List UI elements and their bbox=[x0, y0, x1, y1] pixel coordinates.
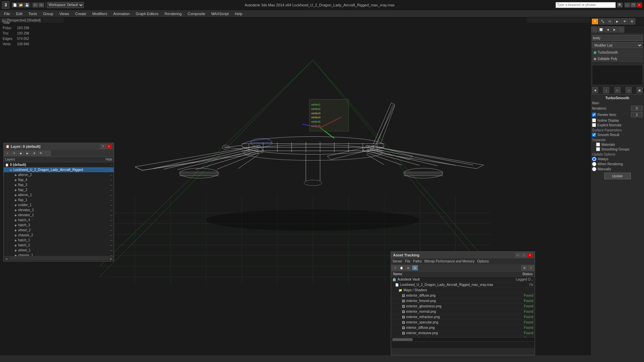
layer-hide-toggle[interactable]: ─ bbox=[110, 183, 112, 187]
asset-tb-btn6[interactable]: ? bbox=[528, 265, 534, 270]
asset-row[interactable]: 🖼interior_diffuse.pngFound bbox=[391, 325, 535, 330]
layer-hide-toggle[interactable]: ─ bbox=[110, 229, 112, 232]
ts-always-radio[interactable] bbox=[592, 157, 596, 161]
layer-hide-toggle[interactable]: ─ bbox=[110, 219, 112, 222]
app-logo[interactable]: 3 bbox=[2, 1, 9, 9]
menu-file[interactable]: File bbox=[1, 11, 13, 16]
layer-item[interactable]: ◆elevator_2─ bbox=[4, 207, 114, 213]
pt-btn5[interactable]: ⬛ bbox=[618, 26, 624, 33]
asset-row[interactable]: 📁Maps / Shaders bbox=[391, 288, 535, 293]
asset-tb-btn2[interactable]: 📋 bbox=[398, 265, 405, 270]
close-button[interactable]: ✕ bbox=[637, 3, 642, 7]
menu-animation[interactable]: Animation bbox=[111, 11, 132, 16]
panel-tab-modify[interactable]: 🔧 bbox=[599, 18, 606, 24]
new-btn[interactable]: 📄 bbox=[12, 3, 17, 7]
menu-composite[interactable]: Composite bbox=[185, 11, 208, 16]
panel-layout-btn2[interactable]: | bbox=[603, 87, 609, 93]
layer-add-sel-btn[interactable]: ◆ bbox=[18, 150, 24, 156]
layer-item[interactable]: ◆flap_2─ bbox=[4, 187, 114, 192]
asset-panel-close[interactable]: ✕ bbox=[527, 253, 533, 257]
layer-item[interactable]: ◆flap_1─ bbox=[4, 197, 114, 202]
panel-layout-btn4[interactable]: ◁ bbox=[626, 87, 632, 93]
layer-hide-toggle[interactable]: ─ bbox=[110, 208, 112, 212]
open-btn[interactable]: 📂 bbox=[18, 3, 23, 7]
ts-explicit-normals-checkbox[interactable] bbox=[592, 123, 596, 127]
asset-row[interactable]: 🖼exterior_glossiness.pngFound bbox=[391, 304, 535, 309]
ts-when-rendering-radio[interactable] bbox=[592, 162, 596, 166]
layer-item[interactable]: ◆Lockheed_U_2_Dragon_Lady_Aircraft_Rigge… bbox=[4, 167, 114, 172]
layer-item[interactable]: ◆flap_4─ bbox=[4, 177, 114, 182]
layer-item[interactable]: ◆aileron_1─ bbox=[4, 192, 114, 197]
pt-btn3[interactable]: ◀ bbox=[605, 26, 611, 33]
layer-vis-btn[interactable]: ⬛ bbox=[45, 150, 51, 156]
asset-tb-btn5[interactable]: ⚙ bbox=[521, 265, 527, 270]
layer-panel-close[interactable]: ✕ bbox=[106, 144, 112, 149]
layer-hide-toggle[interactable]: ─ bbox=[110, 178, 112, 182]
asset-row[interactable]: 🖼exterior_diffuse.pngFound bbox=[391, 293, 535, 298]
asset-row[interactable]: 🖼exterior_normal.pngFound bbox=[391, 309, 535, 314]
panel-tab-motion[interactable]: ▶ bbox=[614, 18, 621, 24]
ts-smoothing-groups-checkbox[interactable] bbox=[596, 147, 600, 151]
layer-sel-obj-btn[interactable]: ▶ bbox=[24, 150, 31, 156]
menu-views[interactable]: Views bbox=[57, 11, 72, 16]
layer-item[interactable]: ◆elevator_1─ bbox=[4, 213, 114, 218]
panel-tab-utilities[interactable]: ⚙ bbox=[629, 18, 635, 24]
save-btn[interactable]: 💾 bbox=[24, 3, 30, 7]
menu-group[interactable]: Group bbox=[40, 11, 56, 16]
layer-item[interactable]: ◆wheel_1─ bbox=[4, 248, 114, 253]
asset-row[interactable]: 📄Lockheed_U_2_Dragon_Lady_Aircraft_Rigge… bbox=[391, 282, 535, 288]
asset-row[interactable]: 🖼interior_fresnel.pngFound bbox=[391, 336, 535, 337]
layer-hide-toggle[interactable]: ─ bbox=[110, 203, 112, 207]
asset-menu-bitmap[interactable]: Bitmap Performance and Memory bbox=[424, 259, 475, 264]
layer-freeze-btn[interactable]: ❄ bbox=[31, 150, 37, 156]
layer-item[interactable]: ◆chassis_1─ bbox=[4, 253, 114, 256]
menu-create[interactable]: Create bbox=[72, 11, 89, 16]
layer-hide-toggle[interactable]: ─ bbox=[110, 254, 112, 256]
layer-item[interactable]: ◆hatch_2─ bbox=[4, 243, 114, 248]
asset-row[interactable]: 🖼exterior_fresnel.pngFound bbox=[391, 298, 535, 304]
pt-btn2[interactable]: ⬜ bbox=[598, 26, 604, 33]
layer-hide-toggle[interactable]: ─ bbox=[110, 214, 112, 217]
layer-item[interactable]: ◆rudder_1─ bbox=[4, 202, 114, 207]
panel-layout-btn1[interactable]: ◀ bbox=[592, 87, 598, 93]
layer-hide-toggle[interactable]: ─ bbox=[110, 193, 112, 197]
search-button[interactable]: 🔍 bbox=[617, 3, 623, 7]
layer-item[interactable]: ◆hatch_3─ bbox=[4, 223, 114, 228]
asset-menu-server[interactable]: Server bbox=[392, 259, 402, 264]
ts-render-iters-input[interactable] bbox=[631, 112, 643, 117]
workspace-select[interactable]: Workspace: Default bbox=[47, 2, 84, 8]
layer-hide-toggle[interactable]: ─ bbox=[110, 163, 112, 167]
layer-item[interactable]: ◆chassis_2─ bbox=[4, 233, 114, 238]
menu-edit[interactable]: Edit bbox=[13, 11, 25, 16]
modifier-list-dropdown[interactable]: Modifier List bbox=[592, 42, 643, 48]
asset-row[interactable]: 🏦Autodesk VaultLogged O... bbox=[391, 277, 535, 282]
menu-modifiers[interactable]: Modifiers bbox=[90, 11, 110, 16]
asset-row[interactable]: 🖼exterior_specular.pngFound bbox=[391, 320, 535, 325]
ts-update-button[interactable]: Update bbox=[604, 173, 631, 179]
asset-panel-maximize[interactable]: □ bbox=[521, 253, 527, 257]
redo-btn[interactable]: ↪ bbox=[39, 3, 44, 7]
layer-hide-toggle[interactable]: ─ bbox=[110, 173, 112, 177]
search-input[interactable] bbox=[555, 2, 616, 8]
panel-layout-btn3[interactable]: ▷ bbox=[614, 87, 621, 93]
asset-menu-paths[interactable]: Paths bbox=[413, 259, 422, 264]
layer-item[interactable]: ◆flap_3─ bbox=[4, 182, 114, 187]
layer-hide-toggle[interactable]: ─ bbox=[110, 188, 112, 192]
panel-tab-hierarchy[interactable]: H bbox=[606, 18, 613, 24]
undo-btn[interactable]: ↩ bbox=[33, 3, 38, 7]
layer-list[interactable]: 📋0 (default)─◆Lockheed_U_2_Dragon_Lady_A… bbox=[4, 162, 114, 256]
layer-new-btn[interactable]: + bbox=[4, 150, 10, 156]
modifier-name-input[interactable] bbox=[592, 35, 643, 41]
asset-scrollbar[interactable] bbox=[391, 337, 535, 341]
layer-hide-toggle[interactable]: ─ bbox=[110, 168, 112, 172]
layer-hide-toggle[interactable]: ─ bbox=[110, 249, 112, 252]
panel-tab-display[interactable]: 👁 bbox=[621, 18, 628, 24]
panel-tab-create[interactable]: ✦ bbox=[592, 18, 598, 24]
modifier-item-turbosmooth[interactable]: TurboSmooth bbox=[592, 50, 643, 55]
pt-btn4[interactable]: ▶ bbox=[611, 26, 618, 33]
ts-smooth-result-checkbox[interactable] bbox=[592, 133, 596, 137]
asset-panel-minimize[interactable]: ─ bbox=[515, 253, 521, 257]
menu-help[interactable]: Help bbox=[232, 11, 245, 16]
asset-tb-btn1[interactable]: ↗ bbox=[392, 265, 398, 270]
ts-isoline-checkbox[interactable] bbox=[592, 118, 596, 122]
